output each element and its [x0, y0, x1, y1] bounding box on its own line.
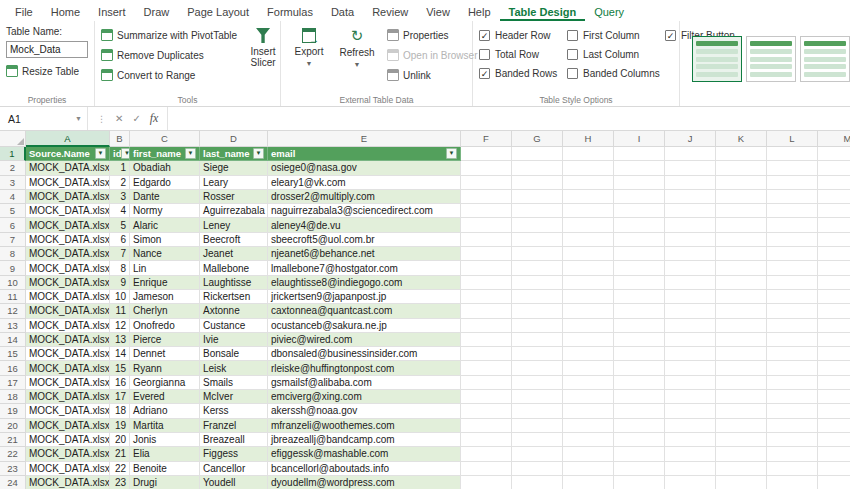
checkbox-banded-rows[interactable]: ✓Banded Rows [479, 68, 557, 79]
cell[interactable] [665, 218, 716, 232]
row-header-21[interactable]: 21 [0, 433, 26, 447]
row-header-22[interactable]: 22 [0, 447, 26, 461]
column-header-K[interactable]: K [716, 131, 767, 147]
cell[interactable] [563, 218, 614, 232]
cell[interactable]: Obadiah [130, 161, 200, 175]
button-remove-duplicates[interactable]: Remove Duplicates [101, 46, 237, 64]
cell[interactable] [461, 333, 512, 347]
cell[interactable]: emciverg@xing.com [268, 390, 461, 404]
cell[interactable] [614, 276, 665, 290]
column-header-A[interactable]: A [26, 131, 110, 147]
cell[interactable] [461, 247, 512, 261]
cell[interactable]: 12 [110, 319, 130, 333]
cell[interactable] [461, 419, 512, 433]
cell[interactable] [512, 304, 563, 318]
cell[interactable]: 7 [110, 247, 130, 261]
menu-tab-table-design[interactable]: Table Design [500, 3, 586, 21]
column-header-H[interactable]: H [563, 131, 614, 147]
cell[interactable] [512, 319, 563, 333]
cell[interactable]: MOCK_DATA.xlsx [26, 404, 110, 418]
cell[interactable] [614, 147, 665, 161]
cell[interactable]: 22 [110, 462, 130, 476]
name-box[interactable]: A1 ▼ [0, 107, 88, 130]
column-header-F[interactable]: F [461, 131, 512, 147]
cell[interactable] [563, 204, 614, 218]
cell[interactable]: Aguirrezabala [200, 204, 268, 218]
cell[interactable] [665, 304, 716, 318]
cell[interactable]: Adriano [130, 404, 200, 418]
cell[interactable] [512, 147, 563, 161]
cell[interactable]: 4 [110, 204, 130, 218]
cell[interactable] [461, 376, 512, 390]
cell[interactable] [614, 161, 665, 175]
cell[interactable] [512, 347, 563, 361]
cell[interactable]: MOCK_DATA.xlsx [26, 419, 110, 433]
cell[interactable] [767, 404, 818, 418]
cell[interactable] [767, 176, 818, 190]
cell[interactable]: Elia [130, 447, 200, 461]
cell[interactable] [512, 419, 563, 433]
cell[interactable] [665, 319, 716, 333]
cell[interactable] [614, 290, 665, 304]
column-header-M[interactable]: M [818, 131, 850, 147]
checkbox-box-header-row[interactable]: ✓ [479, 30, 490, 41]
cell[interactable]: MOCK_DATA.xlsx [26, 190, 110, 204]
row-header-13[interactable]: 13 [0, 319, 26, 333]
cell[interactable]: osiege0@nasa.gov [268, 161, 461, 175]
cell[interactable] [818, 333, 850, 347]
cell[interactable] [665, 376, 716, 390]
cell[interactable]: Martita [130, 419, 200, 433]
cell[interactable]: MOCK_DATA.xlsx [26, 476, 110, 489]
checkbox-header-row[interactable]: ✓Header Row [479, 30, 557, 41]
cell[interactable]: Simon [130, 233, 200, 247]
name-box-dropdown-icon[interactable]: ▼ [75, 115, 87, 122]
cell[interactable] [563, 233, 614, 247]
cell[interactable] [563, 433, 614, 447]
row-header-17[interactable]: 17 [0, 376, 26, 390]
cell[interactable] [767, 433, 818, 447]
cell[interactable] [767, 304, 818, 318]
cell[interactable] [767, 290, 818, 304]
cell[interactable] [512, 276, 563, 290]
cell[interactable] [818, 390, 850, 404]
cell[interactable] [767, 276, 818, 290]
cell[interactable]: Onofredo [130, 319, 200, 333]
row-header-2[interactable]: 2 [0, 161, 26, 175]
cell[interactable] [512, 376, 563, 390]
cell[interactable] [512, 390, 563, 404]
cell[interactable]: MOCK_DATA.xlsx [26, 176, 110, 190]
cell[interactable] [818, 347, 850, 361]
cell[interactable] [614, 404, 665, 418]
cell[interactable]: 8 [110, 261, 130, 275]
cell[interactable]: sbeecroft5@uol.com.br [268, 233, 461, 247]
cell[interactable]: eleary1@vk.com [268, 176, 461, 190]
cell[interactable] [512, 333, 563, 347]
cell[interactable] [614, 361, 665, 375]
cell[interactable] [767, 462, 818, 476]
cell[interactable]: MOCK_DATA.xlsx [26, 276, 110, 290]
cell[interactable] [512, 404, 563, 418]
cell[interactable] [563, 376, 614, 390]
cell[interactable] [665, 233, 716, 247]
row-header-10[interactable]: 10 [0, 276, 26, 290]
cell[interactable] [614, 376, 665, 390]
cell[interactable] [716, 147, 767, 161]
cell[interactable] [665, 361, 716, 375]
menu-tab-view[interactable]: View [417, 3, 459, 21]
cell[interactable] [767, 233, 818, 247]
cell[interactable] [665, 390, 716, 404]
cell[interactable] [563, 419, 614, 433]
unlink-button[interactable]: Unlink [387, 66, 477, 84]
cell[interactable] [665, 476, 716, 489]
cell[interactable]: 18 [110, 404, 130, 418]
cell[interactable]: dbonsaled@businessinsider.com [268, 347, 461, 361]
cell[interactable]: Enrique [130, 276, 200, 290]
cell[interactable] [818, 447, 850, 461]
cell[interactable]: Kerss [200, 404, 268, 418]
cell[interactable]: 3 [110, 190, 130, 204]
cell[interactable]: Drugi [130, 476, 200, 489]
cell[interactable]: 11 [110, 304, 130, 318]
cell[interactable] [665, 433, 716, 447]
cell[interactable] [818, 476, 850, 489]
cell[interactable]: mfranzeli@woothemes.com [268, 419, 461, 433]
